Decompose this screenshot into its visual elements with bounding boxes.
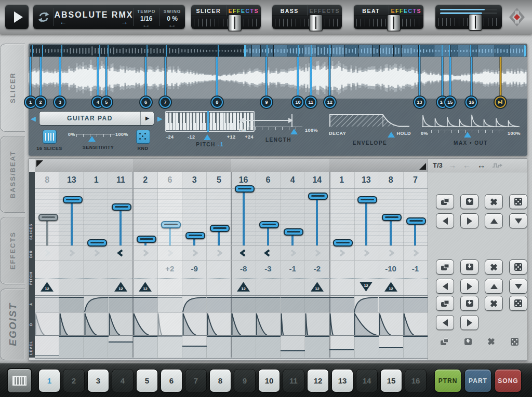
keyboard-mode-button[interactable]	[7, 368, 32, 393]
pattern-button-10[interactable]: 10	[258, 369, 280, 392]
octave-cell-5[interactable]: 12	[133, 278, 157, 295]
step-slice-number-6[interactable]: 6	[157, 172, 182, 188]
mixer-slicer-fader[interactable]	[194, 16, 258, 29]
slice-fader-6[interactable]	[157, 188, 182, 245]
pitch-tools-right-button[interactable]	[460, 279, 478, 294]
attack-cell-6[interactable]	[157, 296, 182, 312]
dir-toggle-7[interactable]	[182, 245, 207, 260]
slice-marker-13[interactable]: 13	[414, 57, 425, 109]
attack-cell-8[interactable]	[207, 296, 231, 312]
decay-cell-11[interactable]	[281, 312, 305, 336]
level-cell-10[interactable]	[256, 336, 280, 358]
step-slice-number-2[interactable]: 13	[59, 172, 84, 188]
sync-button[interactable]	[33, 5, 54, 29]
pattern-button-2[interactable]: 2	[63, 369, 85, 392]
level-cell-6[interactable]	[157, 336, 182, 358]
decay-cell-14[interactable]	[354, 312, 378, 336]
dir-toggle-16[interactable]	[403, 245, 428, 260]
sidebar-tab-bass-beat[interactable]: BASS/BEAT	[0, 136, 25, 213]
play-mode-backward[interactable]: ←	[463, 160, 471, 171]
level-cell-3[interactable]	[84, 336, 109, 358]
slice-mode-control[interactable]: 16 SLICES	[31, 130, 68, 151]
attack-cell-11[interactable]	[281, 296, 305, 312]
env-tools-paste-button[interactable]	[460, 296, 478, 311]
octave-cell-1[interactable]: 12	[35, 278, 59, 295]
pattern-button-1[interactable]: 1	[38, 369, 60, 392]
dir-toggle-14[interactable]	[354, 245, 378, 260]
pitch-value-2[interactable]	[59, 260, 84, 278]
slice-fader-8[interactable]	[207, 188, 231, 245]
pattern-button-6[interactable]: 6	[161, 369, 182, 392]
pitch-value-15[interactable]: -10	[379, 260, 403, 278]
step-slice-number-5[interactable]: 2	[133, 172, 157, 188]
octave-cell-9[interactable]: 12	[231, 278, 256, 295]
play-mode-pingpong[interactable]: ↔	[477, 160, 486, 171]
step-slice-number-8[interactable]: 5	[207, 172, 231, 188]
pitch-tools-up-button[interactable]	[485, 279, 503, 294]
mixer-slicer-effects-toggle[interactable]: EFFECTS	[226, 5, 261, 16]
decay-cell-12[interactable]	[305, 312, 329, 336]
dir-toggle-8[interactable]	[207, 245, 231, 260]
attack-cell-10[interactable]	[256, 296, 280, 312]
slice-marker-8[interactable]: 8	[211, 57, 223, 109]
pitch-value-4[interactable]	[109, 260, 133, 278]
dir-toggle-10[interactable]	[256, 245, 280, 260]
slice-marker-2[interactable]: 2	[35, 57, 46, 109]
decay-cell-2[interactable]	[59, 312, 84, 336]
slices-tools-random-button[interactable]	[509, 194, 527, 209]
mode-button-ptrn[interactable]: PTRN	[434, 369, 461, 392]
step-slice-number-16[interactable]: 7	[403, 172, 428, 188]
step-slice-number-14[interactable]: 13	[354, 172, 378, 188]
attack-cell-7[interactable]	[182, 296, 207, 312]
triplet-toggle[interactable]: T/3	[433, 161, 443, 169]
mixer-beat-label[interactable]: BEAT	[354, 5, 389, 16]
octave-cell-15[interactable]: 12	[379, 278, 403, 295]
envelope-control[interactable]: DECAY HOLD ENVELOPE	[329, 113, 411, 146]
slice-fader-2[interactable]	[59, 188, 84, 245]
sidebar-tab-slicer[interactable]: SLICER	[0, 44, 25, 132]
dir-toggle-2[interactable]	[59, 245, 84, 260]
dir-toggle-3[interactable]	[84, 245, 109, 260]
attack-cell-9[interactable]	[231, 296, 256, 312]
mixer-slicer-label[interactable]: SLICER	[191, 5, 226, 16]
env-tools-left-button[interactable]	[436, 315, 454, 330]
octave-cell-7[interactable]	[182, 278, 207, 295]
octave-cell-14[interactable]: 12	[354, 278, 378, 295]
sidebar-tab-egoist[interactable]: EGOIST	[0, 289, 25, 360]
octave-cell-10[interactable]	[256, 278, 280, 295]
dir-toggle-5[interactable]	[133, 245, 157, 260]
level-cell-7[interactable]	[182, 336, 207, 358]
length-control[interactable]: 0% 100% LENGTH	[239, 114, 318, 143]
pattern-button-5[interactable]: 5	[136, 369, 158, 392]
dir-toggle-13[interactable]	[329, 245, 354, 260]
step-slice-number-1[interactable]: 8	[35, 172, 59, 188]
pattern-button-14[interactable]: 14	[356, 369, 378, 392]
pitch-position-marker[interactable]	[207, 111, 209, 132]
slice-marker-6[interactable]: 6	[140, 57, 152, 109]
slice-fader-7[interactable]	[182, 188, 207, 245]
mode-button-song[interactable]: SONG	[495, 369, 522, 392]
pattern-button-9[interactable]: 9	[234, 369, 256, 392]
level-cell-13[interactable]	[329, 336, 354, 358]
slice-fader-9[interactable]	[231, 188, 256, 245]
pitch-value-13[interactable]	[329, 260, 354, 278]
slices-tools-up-button[interactable]	[485, 213, 503, 228]
sensitivity-control[interactable]: 0% 100% SENSITIVITY	[68, 130, 128, 151]
slices-tools-right-button[interactable]	[460, 213, 478, 228]
pitch-tools-paste-button[interactable]	[460, 259, 478, 275]
decay-cell-7[interactable]	[182, 312, 207, 336]
level-tools-copy-button[interactable]	[436, 336, 453, 347]
env-tools-copy-button[interactable]	[436, 296, 454, 311]
slice-fader-4[interactable]	[109, 188, 133, 245]
slice-marker-9[interactable]: 9	[261, 57, 272, 109]
decay-cell-8[interactable]	[207, 312, 231, 336]
level-tools-paste-button[interactable]	[459, 336, 476, 347]
pattern-button-11[interactable]: 11	[283, 369, 304, 392]
dir-toggle-11[interactable]	[281, 245, 305, 260]
randomize-slices-button[interactable]: RND	[128, 130, 157, 151]
play-mode-forward[interactable]: →	[448, 160, 457, 171]
play-button[interactable]	[5, 5, 29, 29]
slice-end-marker[interactable]: ▶	[495, 57, 506, 109]
mixer-beat-effects-toggle[interactable]: EFFECTS	[389, 5, 424, 16]
pattern-button-3[interactable]: 3	[87, 369, 109, 392]
